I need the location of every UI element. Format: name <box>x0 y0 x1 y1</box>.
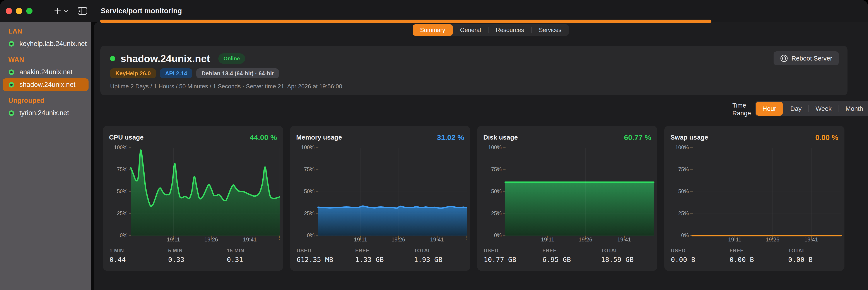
gridline-vertical <box>548 148 548 235</box>
chart-title: Swap usage <box>671 134 708 141</box>
y-axis-label: 0% <box>103 232 127 239</box>
titlebar: Service/port monitoring <box>0 0 868 22</box>
chart-current-value: 44.00 % <box>250 133 277 142</box>
stat-value-used: 0.00 B <box>671 256 695 263</box>
chart-current-value: 0.00 % <box>815 133 838 142</box>
x-axis-label: 19:11 <box>724 237 746 243</box>
x-axis-tick <box>279 235 280 240</box>
usage-card-cpu: CPU usage44.00 %100%75%50%25%0%19:1119:2… <box>103 126 283 271</box>
server-status-dot <box>110 56 115 61</box>
server-status-icon <box>9 110 14 116</box>
time-range-hour[interactable]: Hour <box>756 102 783 116</box>
sidebar-group-label: WAN <box>8 56 91 64</box>
usage-cards-row: CPU usage44.00 %100%75%50%25%0%19:1119:2… <box>103 126 844 271</box>
y-axis-label: 50% <box>290 188 314 194</box>
progress-bar <box>100 20 711 23</box>
y-axis-label: 50% <box>103 188 127 194</box>
x-axis-label: 19:41 <box>239 237 261 243</box>
stat-label-free: FREE <box>730 248 744 254</box>
server-badge-api: API 2.14 <box>160 68 192 78</box>
add-server-menu-button[interactable] <box>62 0 70 22</box>
stat-label-1-min: 1 MIN <box>110 248 124 254</box>
x-axis-label: 19:41 <box>800 237 822 243</box>
axis-baseline <box>692 235 841 236</box>
time-range-day[interactable]: Day <box>783 101 809 116</box>
axis-baseline <box>131 235 280 236</box>
x-axis-label: 19:11 <box>537 237 559 243</box>
gridline-horizontal <box>131 170 280 170</box>
stat-label-15-min: 15 MIN <box>227 248 244 254</box>
y-axis-label: 0% <box>477 232 502 239</box>
sidebar-group-label: LAN <box>8 28 91 35</box>
server-name-label: anakin.24unix.net <box>20 68 72 76</box>
stat-value-used: 10.77 GB <box>484 256 516 263</box>
sidebar-icon <box>78 7 88 15</box>
stat-value-15-min: 0.31 <box>227 256 243 263</box>
server-name-label: keyhelp.lab.24unix.net <box>20 40 87 48</box>
stat-label-used: USED <box>484 248 499 254</box>
server-status-icon <box>9 82 14 87</box>
y-axis-label: 100% <box>477 144 502 150</box>
time-range-week[interactable]: Week <box>808 101 839 116</box>
y-axis-label: 25% <box>477 210 502 216</box>
stat-value-1-min: 0.44 <box>110 256 126 263</box>
chart-plot-area <box>318 148 467 235</box>
x-axis-tick <box>841 235 841 240</box>
sidebar-group-lan: LANkeyhelp.lab.24unix.net <box>0 28 91 50</box>
sidebar-group-wan: WANanakin.24unix.netshadow.24unix.net <box>0 56 91 91</box>
x-axis-label: 19:41 <box>613 237 635 243</box>
stat-value-total: 0.00 B <box>788 256 813 263</box>
stat-label-total: TOTAL <box>414 248 431 254</box>
sidebar-item-shadow[interactable]: shadow.24unix.net <box>3 78 89 91</box>
y-axis-label: 50% <box>664 188 689 194</box>
chart-plot-area <box>505 148 654 235</box>
gridline-horizontal <box>692 191 841 192</box>
tab-services[interactable]: Services <box>531 24 569 36</box>
chart-current-value: 60.77 % <box>624 133 651 142</box>
y-axis-label: 0% <box>290 232 314 239</box>
close-window-button[interactable] <box>6 8 12 14</box>
stat-label-used: USED <box>671 248 686 254</box>
tab-bar: SummaryGeneralResourcesServices <box>413 24 569 36</box>
plus-icon <box>54 7 61 14</box>
sidebar-toggle-button[interactable] <box>77 0 88 22</box>
server-status-icon <box>9 41 14 46</box>
sidebar-item-tyrion[interactable]: tyrion.24unix.net <box>3 107 89 119</box>
server-name-label: tyrion.24unix.net <box>20 109 69 117</box>
y-axis-label: 0% <box>664 232 689 239</box>
gridline-vertical <box>361 148 361 235</box>
y-axis-label: 25% <box>103 210 127 216</box>
tab-summary[interactable]: Summary <box>413 24 453 36</box>
minimize-window-button[interactable] <box>16 8 22 14</box>
reboot-server-button[interactable]: Reboot Server <box>774 51 839 65</box>
time-range-month[interactable]: Month <box>839 101 868 116</box>
tab-resources[interactable]: Resources <box>489 24 531 36</box>
sidebar-item-keyhelp[interactable]: keyhelp.lab.24unix.net <box>3 37 89 50</box>
app-window: Service/port monitoring LANkeyhelp.lab.2… <box>0 0 868 290</box>
server-header: shadow.24unix.net Online <box>110 53 245 65</box>
stat-value-used: 612.35 MB <box>297 256 333 263</box>
time-range-selector: HourDayWeekMonth <box>755 101 868 116</box>
stat-value-total: 1.93 GB <box>414 256 442 263</box>
gridline-vertical <box>437 148 437 235</box>
add-server-button[interactable] <box>53 0 62 22</box>
x-axis-label: 19:26 <box>200 237 222 243</box>
zoom-window-button[interactable] <box>26 8 32 14</box>
y-axis-label: 100% <box>290 144 314 150</box>
stat-value-free: 6.95 GB <box>542 256 571 263</box>
x-axis-label: 19:11 <box>350 237 371 243</box>
time-range-label: Time Range <box>732 102 751 117</box>
server-info-card: shadow.24unix.net Online KeyHelp 26.0API… <box>100 46 847 95</box>
gridline-vertical <box>624 148 624 235</box>
x-axis-label: 19:41 <box>426 237 448 243</box>
uptime-text: Uptime 2 Days / 1 Hours / 50 Minutes / 1… <box>110 83 342 90</box>
stat-label-total: TOTAL <box>601 248 619 254</box>
x-axis-label: 19:11 <box>162 237 184 243</box>
online-status-badge: Online <box>218 53 245 64</box>
page-title: Service/port monitoring <box>101 0 182 22</box>
tab-general[interactable]: General <box>453 24 489 36</box>
gridline-horizontal <box>505 191 654 192</box>
sidebar-item-anakin[interactable]: anakin.24unix.net <box>3 66 89 78</box>
chart-title: Memory usage <box>296 134 342 141</box>
sidebar-group-label: Ungrouped <box>8 97 91 105</box>
